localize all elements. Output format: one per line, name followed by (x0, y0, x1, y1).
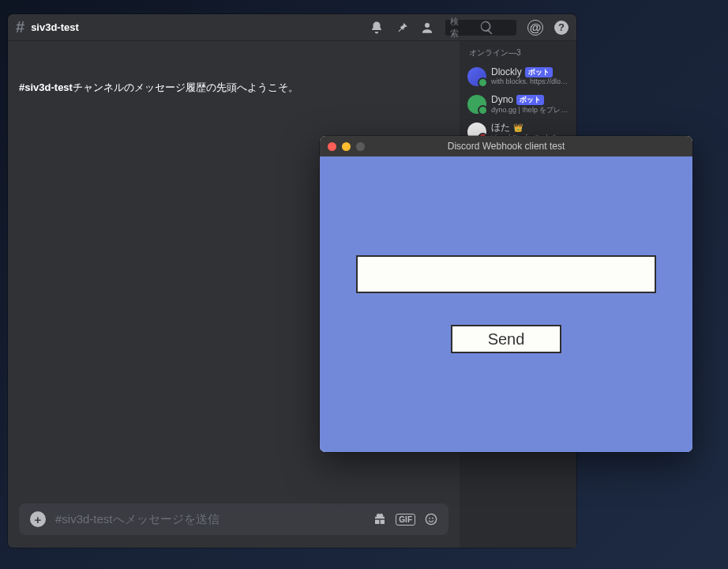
message-composer[interactable]: + #siv3d-testへメッセージを送信 GIF (19, 503, 448, 535)
member-row[interactable]: Dyno ボット dyno.gg | !help をプレイ中 (464, 92, 572, 115)
pin-icon[interactable] (395, 21, 409, 35)
titlebar[interactable]: Discord Webhook client test (320, 136, 692, 156)
bell-icon[interactable] (370, 21, 384, 35)
bot-badge: ボット (525, 67, 553, 77)
member-name: ほた (491, 122, 510, 133)
gift-icon[interactable] (373, 513, 386, 526)
emoji-icon[interactable] (425, 513, 437, 526)
member-row[interactable]: Dlockly ボット with blocks. https://dlockly… (464, 65, 572, 88)
mentions-icon[interactable]: @ (527, 20, 543, 36)
header-toolbar: 検索 @ ? (370, 20, 569, 36)
member-status: dyno.gg | !help をプレイ中 (491, 106, 569, 115)
help-icon[interactable]: ? (554, 21, 569, 35)
welcome-suffix: チャンネルのメッセージ履歴の先頭へようこそ。 (73, 81, 298, 93)
hash-icon: # (16, 18, 24, 36)
composer-placeholder: #siv3d-testへメッセージを送信 (55, 512, 364, 527)
minimize-icon[interactable] (342, 142, 351, 151)
crown-icon: 👑 (513, 123, 523, 133)
welcome-channel-name: #siv3d-test (19, 81, 73, 93)
channel-header: # siv3d-test 検索 @ ? (8, 14, 576, 41)
member-name: Dlockly (491, 66, 522, 77)
members-icon[interactable] (420, 21, 434, 35)
close-icon[interactable] (328, 142, 336, 151)
search-placeholder: 検索 (450, 16, 459, 40)
svg-point-0 (426, 514, 436, 524)
channel-name: siv3d-test (31, 21, 79, 33)
traffic-lights (320, 142, 365, 151)
message-input[interactable] (356, 255, 656, 293)
attach-icon[interactable]: + (30, 511, 46, 527)
zoom-icon[interactable] (356, 142, 365, 151)
member-status: with blocks. https://dlockly.gl… (491, 77, 569, 86)
avatar (467, 95, 486, 114)
client-body: Send (320, 156, 692, 452)
avatar (467, 67, 486, 86)
webhook-client-window: Discord Webhook client test Send (320, 136, 692, 452)
svg-point-2 (432, 518, 433, 519)
svg-point-1 (429, 518, 430, 519)
search-input[interactable]: 検索 (445, 20, 516, 36)
member-name: Dyno (491, 94, 513, 105)
search-icon (462, 20, 512, 36)
window-title: Discord Webhook client test (320, 141, 692, 152)
bot-badge: ボット (516, 95, 544, 105)
send-button[interactable]: Send (451, 325, 561, 353)
members-heading: オンライン—3 (464, 47, 572, 58)
channel-welcome-text: #siv3d-testチャンネルのメッセージ履歴の先頭へようこそ。 (19, 81, 448, 95)
gif-icon[interactable]: GIF (396, 514, 415, 526)
